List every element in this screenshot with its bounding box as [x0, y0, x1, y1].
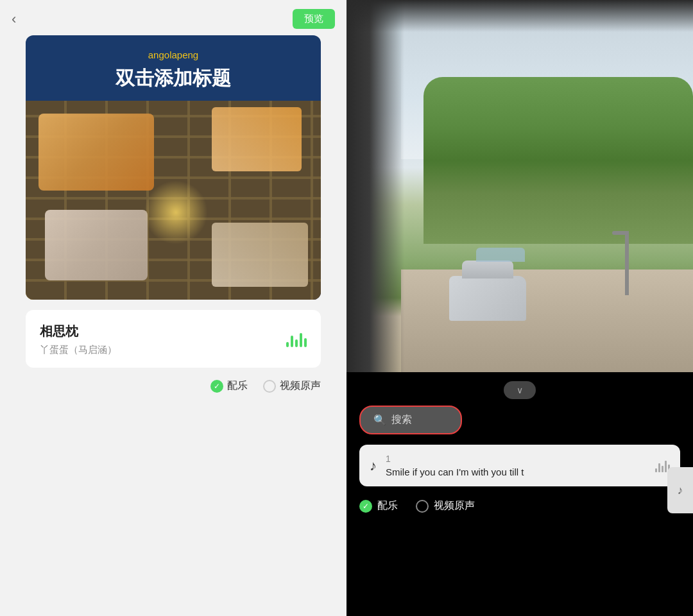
search-bar[interactable]: 🔍 搜索 [359, 406, 462, 434]
option-original[interactable]: 视频原声 [263, 379, 321, 393]
audio-options: 配乐 视频原声 [26, 379, 321, 393]
music-card-item[interactable]: ♪ 1 Smile if you can I'm with you till t [359, 445, 680, 486]
music-artist: 丫蛋蛋（马启涵） [40, 344, 117, 356]
left-panel: ‹ 预览 angolapeng 双击添加标题 相思枕 丫蛋蛋（马启涵） [0, 0, 346, 616]
post-card: angolapeng 双击添加标题 [26, 35, 321, 300]
radio-original-unchecked[interactable] [263, 380, 276, 393]
radio-music-checked[interactable] [210, 380, 223, 393]
mc-bar-2 [658, 463, 660, 472]
car [449, 276, 526, 321]
music-card-info: 1 Smile if you can I'm with you till t [386, 454, 646, 477]
right-option-original-label: 视频原声 [434, 499, 475, 513]
left-header: ‹ 预览 [0, 0, 346, 35]
option-music[interactable]: 配乐 [210, 379, 248, 393]
search-bar-container: 🔍 搜索 [346, 406, 693, 445]
music-section: 相思枕 丫蛋蛋（马启涵） [26, 310, 321, 368]
food-item-1 [38, 114, 154, 191]
scene-background [346, 0, 693, 372]
right-option-original[interactable]: 视频原声 [416, 499, 475, 513]
light-effect [144, 180, 208, 244]
right-radio-original-unchecked[interactable] [416, 500, 429, 513]
right-radio-music-checked[interactable] [359, 500, 372, 513]
right-audio-options: 配乐 视频原声 [346, 499, 693, 513]
mc-bar-4 [665, 461, 667, 472]
bar-1 [286, 342, 289, 347]
music-equalizer [286, 332, 307, 347]
card-title[interactable]: 双击添加标题 [38, 65, 308, 92]
window-top-frame [346, 0, 693, 32]
video-area [346, 0, 693, 372]
car-roof [462, 261, 513, 278]
chevron-down-icon: ∨ [517, 385, 523, 395]
music-note-icon: ♪ [370, 458, 377, 474]
bar-4 [300, 333, 302, 347]
trees [424, 77, 693, 244]
right-option-music-label: 配乐 [377, 499, 398, 513]
bar-2 [291, 336, 293, 347]
mc-bar-1 [655, 468, 657, 472]
collapse-button[interactable]: ∨ [504, 381, 536, 399]
road [401, 270, 693, 372]
music-card-number: 1 [386, 454, 646, 464]
bar-3 [295, 339, 298, 347]
search-icon: 🔍 [373, 414, 386, 426]
side-card: ♪ [667, 467, 693, 513]
music-info: 相思枕 丫蛋蛋（马启涵） [40, 323, 117, 356]
card-username: angolapeng [38, 49, 308, 60]
food-item-3 [45, 210, 148, 280]
right-panel: ∨ 🔍 搜索 ♪ 1 Smile if you can I'm with you… [346, 0, 693, 616]
option-music-label: 配乐 [227, 379, 248, 393]
food-item-2 [212, 107, 302, 171]
window-left-frame [346, 0, 404, 372]
preview-button[interactable]: 预览 [293, 9, 335, 29]
side-note-icon: ♪ [678, 484, 683, 497]
right-music-panel: ∨ 🔍 搜索 ♪ 1 Smile if you can I'm with you… [346, 372, 693, 616]
back-button[interactable]: ‹ [12, 11, 16, 28]
right-option-music[interactable]: 配乐 [359, 499, 398, 513]
card-image [26, 101, 321, 300]
streetlight-head [612, 231, 629, 235]
option-original-label: 视频原声 [280, 379, 321, 393]
food-item-4 [212, 223, 308, 287]
bar-5 [304, 338, 307, 347]
search-text: 搜索 [391, 413, 412, 427]
music-card-title: Smile if you can I'm with you till t [386, 466, 540, 477]
music-title: 相思枕 [40, 323, 117, 340]
streetlight [625, 231, 629, 295]
car-window [476, 248, 525, 262]
mc-bar-3 [662, 466, 663, 472]
card-header: angolapeng 双击添加标题 [26, 35, 321, 101]
